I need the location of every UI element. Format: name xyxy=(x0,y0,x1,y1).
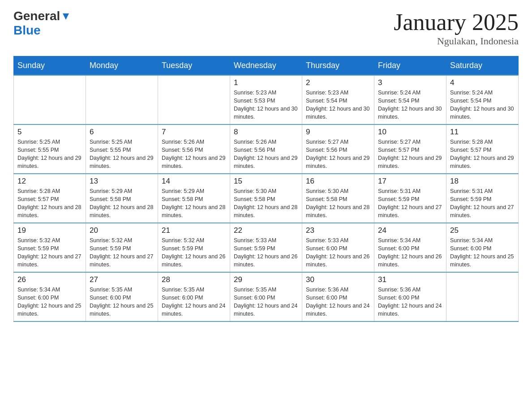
calendar-cell: 12Sunrise: 5:28 AMSunset: 5:57 PMDayligh… xyxy=(14,174,86,223)
day-number: 21 xyxy=(162,226,226,235)
day-number: 6 xyxy=(90,128,154,137)
svg-marker-0 xyxy=(63,13,69,20)
day-info: Sunrise: 5:24 AMSunset: 5:54 PMDaylight:… xyxy=(450,89,515,121)
day-info: Sunrise: 5:36 AMSunset: 6:00 PMDaylight:… xyxy=(378,286,442,318)
logo-general: General xyxy=(13,9,60,23)
logo-triangle-icon xyxy=(61,12,71,21)
day-number: 27 xyxy=(90,275,154,284)
calendar-cell: 15Sunrise: 5:30 AMSunset: 5:58 PMDayligh… xyxy=(230,174,302,223)
col-header-thursday: Thursday xyxy=(302,56,374,76)
day-number: 18 xyxy=(450,177,515,186)
calendar-cell: 31Sunrise: 5:36 AMSunset: 6:00 PMDayligh… xyxy=(374,272,446,321)
day-info: Sunrise: 5:30 AMSunset: 5:58 PMDaylight:… xyxy=(306,187,370,220)
day-info: Sunrise: 5:33 AMSunset: 5:59 PMDaylight:… xyxy=(234,236,298,269)
day-number: 30 xyxy=(306,275,370,284)
day-number: 25 xyxy=(450,226,515,235)
day-info: Sunrise: 5:28 AMSunset: 5:57 PMDaylight:… xyxy=(17,187,82,220)
calendar-cell: 11Sunrise: 5:28 AMSunset: 5:57 PMDayligh… xyxy=(446,124,519,174)
day-number: 16 xyxy=(306,177,370,186)
calendar-cell: 22Sunrise: 5:33 AMSunset: 5:59 PMDayligh… xyxy=(230,223,302,272)
day-info: Sunrise: 5:31 AMSunset: 5:59 PMDaylight:… xyxy=(378,187,442,220)
day-info: Sunrise: 5:35 AMSunset: 6:00 PMDaylight:… xyxy=(90,286,154,318)
calendar-subtitle: Ngulakan, Indonesia xyxy=(394,35,519,47)
calendar-cell: 20Sunrise: 5:32 AMSunset: 5:59 PMDayligh… xyxy=(86,223,158,272)
calendar-cell: 23Sunrise: 5:33 AMSunset: 6:00 PMDayligh… xyxy=(302,223,374,272)
day-info: Sunrise: 5:23 AMSunset: 5:54 PMDaylight:… xyxy=(306,89,370,121)
logo: General Blue xyxy=(13,9,71,38)
calendar-cell: 19Sunrise: 5:32 AMSunset: 5:59 PMDayligh… xyxy=(14,223,86,272)
day-info: Sunrise: 5:25 AMSunset: 5:55 PMDaylight:… xyxy=(17,138,82,171)
day-number: 22 xyxy=(234,226,298,235)
calendar-week-2: 5Sunrise: 5:25 AMSunset: 5:55 PMDaylight… xyxy=(14,124,519,174)
day-number: 28 xyxy=(162,275,226,284)
calendar-cell: 30Sunrise: 5:36 AMSunset: 6:00 PMDayligh… xyxy=(302,272,374,321)
calendar-cell xyxy=(446,272,519,321)
calendar-cell: 17Sunrise: 5:31 AMSunset: 5:59 PMDayligh… xyxy=(374,174,446,223)
day-info: Sunrise: 5:34 AMSunset: 6:00 PMDaylight:… xyxy=(17,286,82,318)
calendar-cell: 1Sunrise: 5:23 AMSunset: 5:53 PMDaylight… xyxy=(230,75,302,124)
calendar-header-row: SundayMondayTuesdayWednesdayThursdayFrid… xyxy=(14,56,519,76)
calendar-week-1: 1Sunrise: 5:23 AMSunset: 5:53 PMDaylight… xyxy=(14,75,519,124)
calendar-cell: 29Sunrise: 5:35 AMSunset: 6:00 PMDayligh… xyxy=(230,272,302,321)
day-number: 24 xyxy=(378,226,442,235)
calendar-cell: 7Sunrise: 5:26 AMSunset: 5:56 PMDaylight… xyxy=(158,124,230,174)
calendar-cell: 24Sunrise: 5:34 AMSunset: 6:00 PMDayligh… xyxy=(374,223,446,272)
day-number: 2 xyxy=(306,78,370,87)
calendar-cell: 6Sunrise: 5:25 AMSunset: 5:55 PMDaylight… xyxy=(86,124,158,174)
col-header-wednesday: Wednesday xyxy=(230,56,302,76)
day-number: 3 xyxy=(378,78,442,87)
day-info: Sunrise: 5:26 AMSunset: 5:56 PMDaylight:… xyxy=(234,138,298,171)
day-info: Sunrise: 5:32 AMSunset: 5:59 PMDaylight:… xyxy=(90,236,154,269)
day-info: Sunrise: 5:33 AMSunset: 6:00 PMDaylight:… xyxy=(306,236,370,269)
calendar-cell xyxy=(86,75,158,124)
day-number: 8 xyxy=(234,128,298,137)
day-info: Sunrise: 5:28 AMSunset: 5:57 PMDaylight:… xyxy=(450,138,515,171)
calendar-week-4: 19Sunrise: 5:32 AMSunset: 5:59 PMDayligh… xyxy=(14,223,519,272)
logo-blue: Blue xyxy=(13,23,41,38)
calendar-week-5: 26Sunrise: 5:34 AMSunset: 6:00 PMDayligh… xyxy=(14,272,519,321)
day-number: 11 xyxy=(450,128,515,137)
day-info: Sunrise: 5:23 AMSunset: 5:53 PMDaylight:… xyxy=(234,89,298,121)
day-number: 13 xyxy=(90,177,154,186)
calendar-cell: 8Sunrise: 5:26 AMSunset: 5:56 PMDaylight… xyxy=(230,124,302,174)
day-info: Sunrise: 5:35 AMSunset: 6:00 PMDaylight:… xyxy=(162,286,226,318)
day-number: 29 xyxy=(234,275,298,284)
day-number: 14 xyxy=(162,177,226,186)
col-header-sunday: Sunday xyxy=(14,56,86,76)
day-info: Sunrise: 5:35 AMSunset: 6:00 PMDaylight:… xyxy=(234,286,298,318)
col-header-tuesday: Tuesday xyxy=(158,56,230,76)
day-info: Sunrise: 5:25 AMSunset: 5:55 PMDaylight:… xyxy=(90,138,154,171)
page-header: General Blue January 2025 Ngulakan, Indo… xyxy=(13,9,519,47)
day-info: Sunrise: 5:24 AMSunset: 5:54 PMDaylight:… xyxy=(378,89,442,121)
day-number: 19 xyxy=(17,226,82,235)
calendar-cell: 28Sunrise: 5:35 AMSunset: 6:00 PMDayligh… xyxy=(158,272,230,321)
day-number: 1 xyxy=(234,78,298,87)
calendar-cell xyxy=(14,75,86,124)
calendar-cell: 16Sunrise: 5:30 AMSunset: 5:58 PMDayligh… xyxy=(302,174,374,223)
day-info: Sunrise: 5:30 AMSunset: 5:58 PMDaylight:… xyxy=(234,187,298,220)
calendar-cell: 21Sunrise: 5:32 AMSunset: 5:59 PMDayligh… xyxy=(158,223,230,272)
calendar-cell: 18Sunrise: 5:31 AMSunset: 5:59 PMDayligh… xyxy=(446,174,519,223)
calendar-cell: 4Sunrise: 5:24 AMSunset: 5:54 PMDaylight… xyxy=(446,75,519,124)
day-number: 23 xyxy=(306,226,370,235)
calendar-cell: 25Sunrise: 5:34 AMSunset: 6:00 PMDayligh… xyxy=(446,223,519,272)
calendar-title: January 2025 xyxy=(394,9,519,35)
calendar-week-3: 12Sunrise: 5:28 AMSunset: 5:57 PMDayligh… xyxy=(14,174,519,223)
day-number: 9 xyxy=(306,128,370,137)
day-info: Sunrise: 5:36 AMSunset: 6:00 PMDaylight:… xyxy=(306,286,370,318)
day-number: 17 xyxy=(378,177,442,186)
day-info: Sunrise: 5:31 AMSunset: 5:59 PMDaylight:… xyxy=(450,187,515,220)
calendar-cell: 14Sunrise: 5:29 AMSunset: 5:58 PMDayligh… xyxy=(158,174,230,223)
col-header-friday: Friday xyxy=(374,56,446,76)
day-number: 12 xyxy=(17,177,82,186)
calendar-cell: 3Sunrise: 5:24 AMSunset: 5:54 PMDaylight… xyxy=(374,75,446,124)
day-info: Sunrise: 5:34 AMSunset: 6:00 PMDaylight:… xyxy=(450,236,515,269)
calendar-cell: 9Sunrise: 5:27 AMSunset: 5:56 PMDaylight… xyxy=(302,124,374,174)
day-info: Sunrise: 5:26 AMSunset: 5:56 PMDaylight:… xyxy=(162,138,226,171)
day-number: 15 xyxy=(234,177,298,186)
day-number: 10 xyxy=(378,128,442,137)
calendar-cell: 26Sunrise: 5:34 AMSunset: 6:00 PMDayligh… xyxy=(14,272,86,321)
col-header-monday: Monday xyxy=(86,56,158,76)
calendar-cell xyxy=(158,75,230,124)
day-info: Sunrise: 5:32 AMSunset: 5:59 PMDaylight:… xyxy=(17,236,82,269)
